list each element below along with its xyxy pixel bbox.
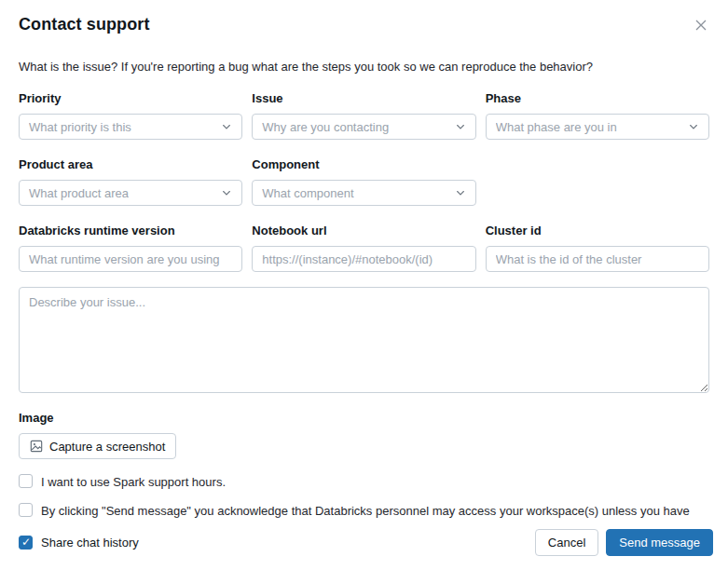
notebook-url-label: Notebook url bbox=[252, 224, 475, 238]
runtime-version-field-group: Databricks runtime version bbox=[19, 224, 242, 272]
acknowledge-checkbox[interactable] bbox=[19, 503, 33, 517]
phase-select[interactable]: What phase are you in bbox=[486, 114, 709, 140]
priority-placeholder: What priority is this bbox=[29, 120, 131, 134]
modal-title: Contact support bbox=[19, 15, 150, 34]
modal-header: Contact support bbox=[19, 15, 709, 35]
notebook-url-field-group: Notebook url bbox=[252, 224, 475, 272]
spark-hours-checkbox[interactable] bbox=[19, 474, 33, 488]
close-icon bbox=[694, 19, 707, 34]
spark-hours-label: I want to use Spark support hours. bbox=[41, 473, 226, 492]
cancel-button[interactable]: Cancel bbox=[535, 529, 598, 556]
spark-hours-checkbox-row: I want to use Spark support hours. bbox=[19, 473, 709, 492]
issue-label: Issue bbox=[252, 91, 475, 105]
chevron-down-icon bbox=[221, 121, 232, 132]
runtime-version-label: Databricks runtime version bbox=[19, 224, 242, 238]
phase-label: Phase bbox=[486, 91, 709, 105]
phase-field-group: Phase What phase are you in bbox=[486, 91, 709, 140]
product-area-select[interactable]: What product area bbox=[19, 180, 242, 206]
priority-label: Priority bbox=[19, 91, 242, 105]
component-field-group: Component What component bbox=[252, 157, 475, 206]
form-row-1: Priority What priority is this Issue Why… bbox=[19, 91, 709, 140]
cluster-id-input[interactable] bbox=[486, 246, 709, 272]
issue-description-textarea[interactable] bbox=[19, 287, 709, 393]
priority-select[interactable]: What priority is this bbox=[19, 114, 242, 140]
share-chat-checkbox[interactable] bbox=[19, 536, 33, 550]
form-row-3: Databricks runtime version Notebook url … bbox=[19, 224, 709, 272]
phase-placeholder: What phase are you in bbox=[496, 120, 617, 134]
issue-select[interactable]: Why are you contacting bbox=[252, 114, 475, 140]
chevron-down-icon bbox=[221, 187, 232, 198]
image-icon bbox=[30, 440, 43, 453]
component-placeholder: What component bbox=[262, 186, 353, 200]
send-message-button[interactable]: Send message bbox=[606, 529, 713, 556]
issue-field-group: Issue Why are you contacting bbox=[252, 91, 475, 140]
empty-cell bbox=[486, 157, 709, 206]
image-label: Image bbox=[19, 411, 709, 425]
contact-support-modal: Contact support What is the issue? If yo… bbox=[0, 0, 728, 520]
chevron-down-icon bbox=[455, 121, 466, 132]
footer-buttons: Cancel Send message bbox=[535, 529, 713, 556]
intro-text: What is the issue? If you're reporting a… bbox=[19, 60, 709, 74]
product-area-label: Product area bbox=[19, 157, 242, 171]
cluster-id-field-group: Cluster id bbox=[486, 224, 709, 272]
component-label: Component bbox=[252, 157, 475, 171]
share-chat-checkbox-row: Share chat history bbox=[19, 536, 139, 550]
priority-field-group: Priority What priority is this bbox=[19, 91, 242, 140]
cluster-id-label: Cluster id bbox=[486, 224, 709, 238]
product-area-field-group: Product area What product area bbox=[19, 157, 242, 206]
close-button[interactable] bbox=[693, 17, 709, 35]
image-section: Image Capture a screenshot bbox=[19, 411, 709, 459]
chevron-down-icon bbox=[688, 121, 699, 132]
share-chat-label: Share chat history bbox=[41, 536, 139, 550]
component-select[interactable]: What component bbox=[252, 180, 475, 206]
runtime-version-input[interactable] bbox=[19, 246, 242, 272]
acknowledge-checkbox-row: By clicking "Send message" you acknowled… bbox=[19, 502, 709, 520]
modal-footer: Share chat history Cancel Send message bbox=[0, 520, 728, 570]
form-row-2: Product area What product area Component… bbox=[19, 157, 709, 206]
notebook-url-input[interactable] bbox=[252, 246, 475, 272]
issue-placeholder: Why are you contacting bbox=[262, 120, 389, 134]
capture-screenshot-button[interactable]: Capture a screenshot bbox=[19, 433, 176, 459]
acknowledge-label: By clicking "Send message" you acknowled… bbox=[41, 502, 709, 520]
product-area-placeholder: What product area bbox=[29, 186, 129, 200]
chevron-down-icon bbox=[455, 187, 466, 198]
capture-screenshot-label: Capture a screenshot bbox=[49, 440, 165, 454]
